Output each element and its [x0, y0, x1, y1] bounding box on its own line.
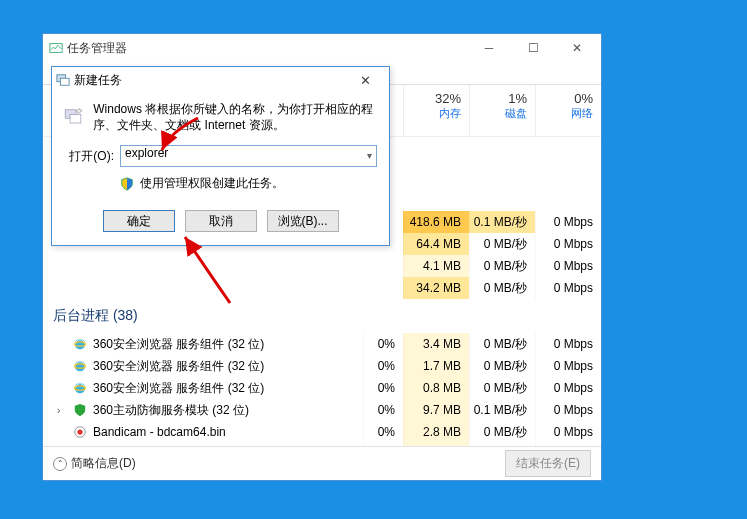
admin-label: 使用管理权限创建此任务。: [140, 175, 284, 192]
open-label: 打开(O):: [64, 148, 114, 165]
shield-icon: [120, 177, 134, 191]
section-background: 后台进程 (38): [53, 307, 138, 325]
cell-network: 0 Mbps: [535, 421, 601, 443]
cell-network: 0 Mbps: [535, 333, 601, 355]
cell-cpu: 0%: [363, 333, 403, 355]
cell-network: 0 Mbps: [535, 399, 601, 421]
simple-info-link[interactable]: ˄ 简略信息(D): [53, 455, 136, 472]
dlg-close-button[interactable]: ✕: [345, 73, 385, 88]
chevron-up-icon: ˄: [53, 457, 67, 471]
svg-point-1: [75, 339, 86, 350]
col-disk[interactable]: 1% 磁盘: [469, 85, 535, 136]
open-input-value: explorer: [125, 146, 168, 160]
svg-point-5: [75, 383, 86, 394]
process-name: 360安全浏览器 服务组件 (32 位): [43, 380, 363, 397]
cell-cpu: 0%: [363, 355, 403, 377]
browse-button[interactable]: 浏览(B)...: [267, 210, 339, 232]
cell-cpu: 0%: [363, 399, 403, 421]
cell-disk: 0 MB/秒: [469, 355, 535, 377]
process-row[interactable]: ›360主动防御服务模块 (32 位)0%9.7 MB0.1 MB/秒0 Mbp…: [43, 399, 601, 421]
cell-network: 0 Mbps: [535, 443, 601, 446]
process-name: 360安全浏览器 服务组件 (32 位): [43, 358, 363, 375]
process-name: Bandicam - bdcam64.bin: [43, 425, 363, 439]
tm-titlebar[interactable]: 任务管理器 ─ ☐ ✕: [43, 34, 601, 62]
task-manager-icon: [49, 41, 63, 55]
process-row[interactable]: 360安全浏览器 服务组件 (32 位)0%0.8 MB0 MB/秒0 Mbps: [43, 377, 601, 399]
maximize-button[interactable]: ☐: [511, 34, 555, 62]
cell-disk: 0 MB/秒: [469, 333, 535, 355]
cell-network: 0 Mbps: [535, 211, 601, 233]
col-disk-label: 磁盘: [470, 106, 527, 121]
process-name: 360主动防御服务模块 (32 位): [43, 402, 363, 419]
open-input[interactable]: explorer ▾: [120, 145, 377, 167]
tm-title: 任务管理器: [45, 40, 127, 57]
new-task-dialog: 新建任务 ✕ Windows 将根据你所键入的名称，为你打开相应的程序、文件夹、…: [51, 66, 390, 246]
tm-title-text: 任务管理器: [67, 40, 127, 57]
process-name: 360安全浏览器 服务组件 (32 位): [43, 336, 363, 353]
process-row[interactable]: 360安全浏览器 服务组件 (32 位)0%1.7 MB0 MB/秒0 Mbps: [43, 355, 601, 377]
process-row[interactable]: 4.1 MB0 MB/秒0 Mbps: [43, 255, 601, 277]
cell-disk: 0 MB/秒: [469, 421, 535, 443]
close-button[interactable]: ✕: [555, 34, 599, 62]
cell-disk: 0 MB/秒: [469, 377, 535, 399]
svg-point-3: [75, 361, 86, 372]
admin-checkbox-row[interactable]: 使用管理权限创建此任务。: [120, 175, 377, 192]
cell-disk: 0.1 MB/秒: [469, 211, 535, 233]
dlg-title-text: 新建任务: [74, 72, 122, 89]
cell-memory: 1.7 MB: [403, 355, 469, 377]
cell-network: 0 Mbps: [535, 277, 601, 299]
process-row[interactable]: 34.2 MB0 MB/秒0 Mbps: [43, 277, 601, 299]
cell-disk: 0 MB/秒: [469, 233, 535, 255]
svg-rect-13: [60, 78, 69, 85]
cell-cpu: 0%: [363, 443, 403, 446]
cell-network: 0 Mbps: [535, 377, 601, 399]
col-memory[interactable]: 32% 内存: [403, 85, 469, 136]
col-network-label: 网络: [536, 106, 593, 121]
cell-memory: 0.8 MB: [403, 377, 469, 399]
ok-button[interactable]: 确定: [103, 210, 175, 232]
cell-memory: 64.4 MB: [403, 233, 469, 255]
process-row[interactable]: COM Surrogate0%1.1 MB0 MB/秒0 Mbps: [43, 443, 601, 446]
expand-icon[interactable]: ›: [57, 405, 60, 416]
run-dialog-icon: [56, 73, 70, 87]
cell-memory: 4.1 MB: [403, 255, 469, 277]
end-task-button[interactable]: 结束任务(E): [505, 450, 591, 477]
tm-footer: ˄ 简略信息(D) 结束任务(E): [43, 446, 601, 480]
svg-marker-16: [76, 109, 82, 114]
cell-disk: 0.1 MB/秒: [469, 399, 535, 421]
col-network[interactable]: 0% 网络: [535, 85, 601, 136]
minimize-button[interactable]: ─: [467, 34, 511, 62]
process-row[interactable]: Bandicam - bdcam64.bin0%2.8 MB0 MB/秒0 Mb…: [43, 421, 601, 443]
cell-memory: 9.7 MB: [403, 399, 469, 421]
cell-disk: 0 MB/秒: [469, 255, 535, 277]
cell-memory: 418.6 MB: [403, 211, 469, 233]
cell-cpu: 0%: [363, 421, 403, 443]
run-icon: [64, 101, 83, 133]
cell-disk: 0 MB/秒: [469, 443, 535, 446]
cell-network: 0 Mbps: [535, 355, 601, 377]
cell-memory: 2.8 MB: [403, 421, 469, 443]
svg-rect-15: [70, 115, 81, 123]
svg-point-8: [77, 429, 82, 434]
process-row[interactable]: 360安全浏览器 服务组件 (32 位)0%3.4 MB0 MB/秒0 Mbps: [43, 333, 601, 355]
cell-cpu: 0%: [363, 377, 403, 399]
col-memory-label: 内存: [404, 106, 461, 121]
cell-disk: 0 MB/秒: [469, 277, 535, 299]
col-network-pct: 0%: [536, 91, 593, 106]
cell-memory: 1.1 MB: [403, 443, 469, 446]
dropdown-icon[interactable]: ▾: [367, 150, 372, 161]
cell-memory: 3.4 MB: [403, 333, 469, 355]
simple-info-label: 简略信息(D): [71, 455, 136, 472]
cell-network: 0 Mbps: [535, 233, 601, 255]
col-disk-pct: 1%: [470, 91, 527, 106]
cancel-button[interactable]: 取消: [185, 210, 257, 232]
col-memory-pct: 32%: [404, 91, 461, 106]
cell-network: 0 Mbps: [535, 255, 601, 277]
dlg-description: Windows 将根据你所键入的名称，为你打开相应的程序、文件夹、文档或 Int…: [93, 101, 377, 133]
cell-memory: 34.2 MB: [403, 277, 469, 299]
dlg-titlebar[interactable]: 新建任务 ✕: [52, 67, 389, 93]
